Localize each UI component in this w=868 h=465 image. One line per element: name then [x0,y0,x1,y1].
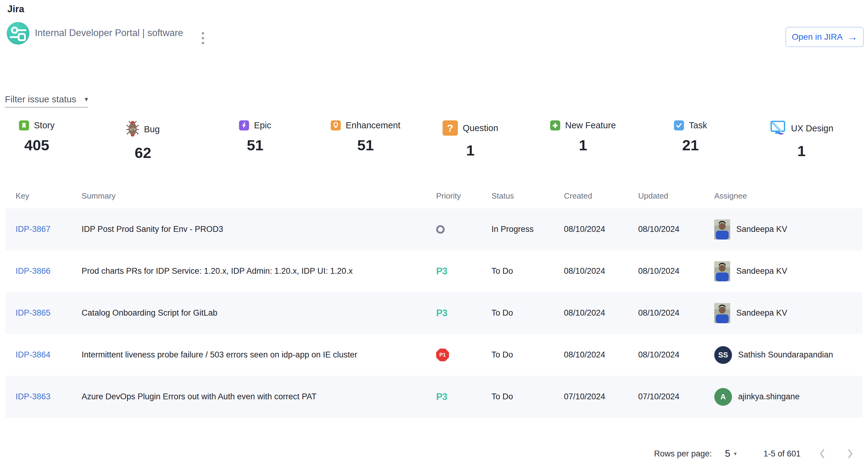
next-page-button[interactable] [843,447,857,460]
issue-status: To Do [492,292,513,334]
issue-type-count: 1 [466,142,474,159]
issue-type-count: 21 [682,137,699,154]
assignee-avatar [714,219,730,239]
issue-key-link[interactable]: IDP-3863 [16,392,51,401]
issue-updated: 08/10/2024 [638,292,679,334]
issues-table: Key Summary Priority Status Created Upda… [5,183,863,418]
assignee-name: Sandeepa KV [736,266,787,276]
arrow-right-icon: → [847,32,857,42]
issue-updated: 07/10/2024 [638,376,679,418]
issue-type-label: Bug [144,124,160,134]
ux-design-icon [770,120,786,136]
table-row: IDP-3865 Catalog Onboarding Script for G… [5,292,863,334]
new-feature-icon [550,120,560,130]
open-in-jira-button[interactable]: Open in JIRA → [785,27,864,47]
counter-epic: Epic 51 [239,120,271,154]
question-icon: ? [442,120,458,136]
enhancement-icon [331,120,341,130]
issue-summary: Catalog Onboarding Script for GitLab [82,292,217,334]
project-title: Internal Developer Portal | software [35,28,183,38]
counter-enhancement: Enhancement 51 [331,120,400,154]
col-header-assignee: Assignee [714,183,747,208]
kebab-menu-icon[interactable] [197,31,209,45]
issue-type-count: 62 [135,144,152,161]
story-icon [19,120,29,130]
widget-title: Jira [7,4,24,15]
counter-question: ? Question 1 [442,120,498,159]
issue-status: To Do [492,334,513,376]
issue-type-counters: Story 405 [0,120,868,178]
issue-type-count: 1 [797,142,806,160]
assignee-name: Sathish Soundarapandian [738,350,833,360]
jira-project-logo-icon [7,22,29,44]
issue-key-link[interactable]: IDP-3864 [16,350,51,360]
rows-per-page-select[interactable]: 5 ▾ [725,448,737,459]
issue-type-label: UX Design [791,124,834,134]
col-header-priority: Priority [436,183,461,208]
table-row: IDP-3866 Prod charts PRs for IDP Service… [5,250,863,292]
issue-updated: 08/10/2024 [638,334,679,376]
filter-label: Filter issue status [5,94,76,104]
assignee-avatar: SS [714,346,732,364]
issue-key-link[interactable]: IDP-3865 [16,308,51,318]
issue-updated: 08/10/2024 [638,208,679,250]
table-row: IDP-3867 IDP Post Prod Sanity for Env - … [5,208,863,250]
issue-key-link[interactable]: IDP-3866 [16,266,51,276]
issue-type-count: 51 [247,137,264,154]
table-row: IDP-3864 Intermittent liveness probe fai… [5,334,863,376]
assignee-name: Sandeepa KV [736,225,787,234]
pagination-range: 1-5 of 601 [764,449,801,459]
issue-type-count: 51 [357,137,374,154]
issue-status: To Do [492,376,513,418]
rows-per-page-label: Rows per page: [654,449,712,459]
issue-type-label: New Feature [565,120,616,130]
table-header-row: Key Summary Priority Status Created Upda… [5,183,863,208]
issue-status: To Do [492,250,513,292]
issue-created: 08/10/2024 [564,208,605,250]
counter-story: Story 405 [19,120,55,154]
col-header-updated: Updated [638,183,668,208]
col-header-created: Created [564,183,592,208]
bug-icon: </> [126,120,139,138]
priority-p3-icon: P3 [436,391,447,402]
col-header-summary: Summary [82,183,116,208]
issue-status: In Progress [492,208,534,250]
rows-per-page-value: 5 [725,448,730,459]
chevron-down-icon: ▾ [85,95,88,103]
pagination-bar: Rows per page: 5 ▾ 1-5 of 601 [0,442,868,465]
filter-issue-status-dropdown[interactable]: Filter issue status ▾ [5,92,88,107]
priority-p3-icon: P3 [436,308,447,319]
counter-task: Task 21 [674,120,707,154]
svg-text:</>: </> [130,127,136,131]
priority-p3-icon: P3 [436,266,447,277]
jira-widget: Jira Internal Developer Portal | softwar… [0,0,868,465]
issue-type-label: Epic [254,120,271,130]
counter-bug: </> Bug 62 [126,120,160,161]
issue-type-count: 1 [579,137,587,154]
issue-summary: Azure DevOps Plugin Errors out with Auth… [82,376,317,418]
issue-type-label: Question [463,123,498,133]
issue-summary: Prod charts PRs for IDP Service: 1.20.x,… [82,250,353,292]
issue-key-link[interactable]: IDP-3867 [16,225,51,234]
col-header-key: Key [16,183,29,208]
assignee-avatar: A [714,388,732,406]
task-icon [674,120,684,130]
priority-none-icon [436,225,445,234]
issue-created: 08/10/2024 [564,250,605,292]
counter-new-feature: New Feature 1 [550,120,616,154]
sliders-icon [7,22,29,44]
table-row: IDP-3863 Azure DevOps Plugin Errors out … [5,376,863,418]
issue-type-label: Task [689,120,707,130]
counter-ux-design: UX Design 1 [770,120,834,160]
issue-created: 08/10/2024 [564,334,605,376]
issue-type-count: 405 [24,137,49,154]
issue-type-label: Story [34,120,55,130]
issue-updated: 08/10/2024 [638,250,679,292]
previous-page-button[interactable] [815,447,829,460]
chevron-down-icon: ▾ [734,450,737,457]
open-in-jira-label: Open in JIRA [792,32,843,42]
issue-created: 08/10/2024 [564,292,605,334]
issue-type-label: Enhancement [346,120,400,130]
assignee-avatar [714,261,730,281]
chevron-right-icon [847,449,854,459]
